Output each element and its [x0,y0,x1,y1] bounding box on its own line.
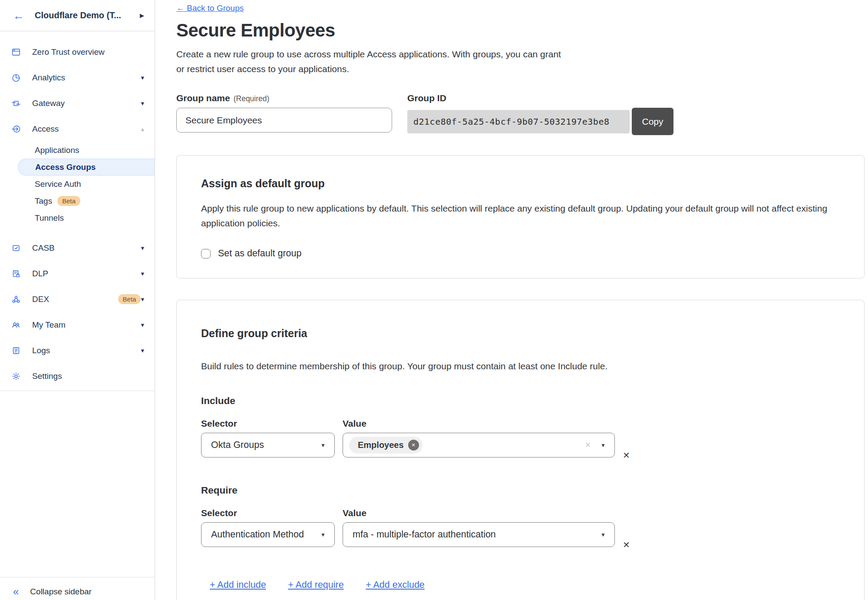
sidebar-item-tunnels[interactable]: Tunnels [0,209,155,226]
add-require-link[interactable]: + Add require [288,580,344,590]
card-description: Build rules to determine membership of t… [201,359,834,374]
sidebar-item-zero-trust-overview[interactable]: Zero Trust overview [0,39,155,65]
employees-chip: Employees ✕ [349,437,422,454]
define-group-criteria-card: Define group criteria Build rules to det… [176,300,865,600]
value-label: Value [343,418,615,429]
add-rule-links: + Add include + Add require + Add exclud… [201,580,834,590]
remove-include-rule-icon[interactable]: ✕ [623,451,630,460]
double-chevron-left-icon: « [13,587,19,597]
network-nodes-icon [11,295,21,304]
back-to-groups-link[interactable]: ← Back to Groups [176,3,244,13]
include-selector-dropdown[interactable]: Okta Groups ▼ [201,433,335,457]
chevron-down-icon: ▾ [141,245,144,251]
people-icon [11,320,21,330]
sidebar-divider [0,391,155,391]
chevron-down-icon: ▾ [141,347,144,354]
require-rule-row: Authentication Method ▼ mfa - multiple-f… [201,522,834,549]
sidebar-header: ← Cloudflare Demo (T... ▶ [0,0,155,31]
group-id-field-group: Group ID d21ce80f-5a25-4bcf-9b07-5032197… [407,93,673,135]
sidebar-item-settings[interactable]: Settings [0,363,155,389]
chevron-down-icon: ▾ [141,74,144,81]
document-lock-icon [11,269,21,278]
page-description: Create a new rule group to use across mu… [176,47,868,76]
sidebar-nav: Zero Trust overview Analytics ▾ Gateway … [0,31,155,391]
sidebar-item-gateway[interactable]: Gateway ▾ [0,90,155,116]
chevron-down-icon: ▾ [141,100,144,106]
require-labels-row: Selector Value [201,508,834,518]
dropdown-arrow-icon: ▼ [601,443,606,448]
beta-badge: Beta [57,196,80,206]
clear-values-icon[interactable]: ✕ [585,441,591,450]
selector-label: Selector [201,508,335,518]
checkbox[interactable] [201,249,211,259]
group-meta-row: Group name(Required) Group ID d21ce80f-5… [176,93,868,135]
sidebar-item-dex[interactable]: DEX Beta ▾ [0,286,155,312]
sidebar-item-tags[interactable]: Tags Beta [0,192,155,209]
group-id-value: d21ce80f-5a25-4bcf-9b07-5032197e3be8 [407,110,630,133]
chip-remove-icon[interactable]: ✕ [408,440,419,451]
pie-chart-icon [11,73,21,83]
chevron-down-icon: ▾ [141,296,144,302]
sidebar-item-analytics[interactable]: Analytics ▾ [0,65,155,90]
zero-trust-dashboard: ← Cloudflare Demo (T... ▶ Zero Trust ove… [0,0,868,600]
chevron-down-icon: ▾ [141,270,144,277]
checkbox-label: Set as default group [218,248,301,259]
chevron-up-icon: ▴ [141,126,144,132]
casb-check-box-icon [11,243,21,253]
caret-right-icon[interactable]: ▶ [140,12,144,19]
sidebar-footer: « Collapse sidebar [0,577,155,600]
beta-badge: Beta [118,294,141,304]
main-content: ← Back to Groups Secure Employees Create… [155,0,868,600]
selector-label: Selector [201,418,335,429]
sidebar-item-access-groups[interactable]: Access Groups [18,159,155,176]
require-value-dropdown[interactable]: mfa - multiple-factor authentication ▼ [343,522,615,547]
add-include-link[interactable]: + Add include [210,580,266,590]
sidebar-item-my-team[interactable]: My Team ▾ [0,312,155,338]
require-heading: Require [201,485,834,496]
gateway-icon [11,99,21,108]
card-title: Assign as default group [201,177,834,190]
gear-icon [11,371,21,381]
group-name-input[interactable] [176,108,392,133]
access-arrow-circle-icon [11,124,21,134]
sidebar: ← Cloudflare Demo (T... ▶ Zero Trust ove… [0,0,155,600]
assign-default-group-card: Assign as default group Apply this rule … [176,155,865,278]
set-default-group-checkbox-row[interactable]: Set as default group [201,248,834,259]
sidebar-item-access[interactable]: Access ▴ [0,116,155,142]
add-exclude-link[interactable]: + Add exclude [366,580,425,590]
window-icon [11,47,21,57]
group-name-label: Group name [176,93,230,103]
back-arrow-icon[interactable]: ← [13,10,24,21]
page-title: Secure Employees [176,20,868,41]
list-page-icon [11,346,21,355]
include-labels-row: Selector Value [201,418,834,429]
card-title: Define group criteria [201,327,834,340]
copy-button[interactable]: Copy [632,108,673,135]
sidebar-item-dlp[interactable]: DLP ▾ [0,261,155,286]
dropdown-arrow-icon: ▼ [320,532,326,537]
left-arrow-icon: ← [176,3,185,13]
required-hint: (Required) [234,94,270,103]
sidebar-item-logs[interactable]: Logs ▾ [0,338,155,363]
collapse-sidebar-button[interactable]: « Collapse sidebar [0,577,155,600]
sidebar-item-applications[interactable]: Applications [0,142,155,159]
account-title: Cloudflare Demo (T... [35,10,140,20]
sidebar-item-casb[interactable]: CASB ▾ [0,235,155,261]
include-heading: Include [201,395,834,407]
chevron-down-icon: ▾ [141,322,144,328]
require-selector-dropdown[interactable]: Authentication Method ▼ [201,522,335,547]
include-value-multiselect[interactable]: Employees ✕ ✕ ▼ [343,433,615,457]
include-rule-row: Okta Groups ▼ Employees ✕ ✕ ▼ ✕ [201,433,834,460]
dropdown-arrow-icon: ▼ [601,532,606,537]
value-label: Value [343,508,615,518]
group-name-field-group: Group name(Required) [176,93,407,135]
sidebar-item-service-auth[interactable]: Service Auth [0,176,155,192]
dropdown-arrow-icon: ▼ [320,443,326,448]
remove-require-rule-icon[interactable]: ✕ [623,540,630,549]
card-description: Apply this rule group to new application… [201,201,834,231]
group-id-label: Group ID [407,93,673,103]
